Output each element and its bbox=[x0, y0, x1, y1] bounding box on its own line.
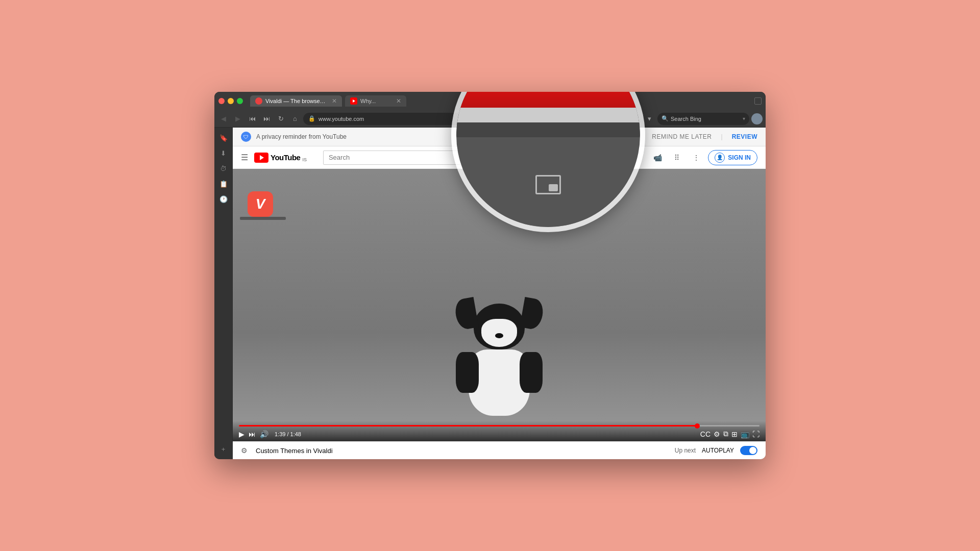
browser-tab-2[interactable]: Why... ✕ bbox=[345, 95, 406, 107]
browser-content: 🛡 A privacy reminder from YouTube REMIND… bbox=[233, 128, 766, 459]
browser-window: Vivaldi — The browser tha... ✕ Why... ✕ … bbox=[214, 92, 766, 459]
video-container[interactable]: V bbox=[233, 169, 766, 441]
dog-figure bbox=[448, 293, 550, 426]
divider: | bbox=[721, 133, 723, 140]
youtube-search-area: 🔍 bbox=[323, 151, 527, 165]
up-next-label: Up next bbox=[675, 447, 696, 454]
tab2-close[interactable]: ✕ bbox=[396, 97, 401, 105]
progress-fill bbox=[239, 425, 697, 427]
fullscreen-button[interactable]: ⛶ bbox=[752, 430, 760, 438]
miniplayer-button[interactable]: ⧉ bbox=[723, 430, 728, 438]
review-button[interactable]: REVIEW bbox=[732, 133, 757, 140]
youtube-header-actions: 📹 ⠿ ⋮ 👤 SIGN IN bbox=[650, 150, 757, 165]
hamburger-menu-icon[interactable]: ☰ bbox=[241, 153, 248, 162]
time-display: 1:39 / 1:48 bbox=[275, 431, 301, 437]
window-restore-icon[interactable] bbox=[754, 97, 762, 105]
youtube-search-input[interactable] bbox=[323, 151, 507, 165]
title-bar: Vivaldi — The browser tha... ✕ Why... ✕ bbox=[214, 92, 766, 110]
search-bar-text: Search Bing bbox=[671, 116, 741, 122]
tab1-favicon bbox=[255, 97, 262, 105]
reload-button[interactable]: ↻ bbox=[275, 113, 287, 125]
rewind-button[interactable]: ⏮ bbox=[246, 113, 258, 125]
youtube-logo: YouTube IS bbox=[254, 153, 307, 163]
youtube-country-code: IS bbox=[302, 157, 307, 162]
shelf-board bbox=[240, 217, 286, 220]
vivaldi-v-letter: V bbox=[256, 196, 265, 212]
remind-later-button[interactable]: REMIND ME LATER bbox=[652, 133, 712, 140]
video-controls: ▶ ⏭ 🔊 1:39 / 1:48 CC ⚙ ⧉ ⊞ 📺 ⛶ bbox=[233, 421, 766, 441]
close-button[interactable] bbox=[218, 98, 225, 104]
youtube-more-icon[interactable]: ⋮ bbox=[689, 150, 704, 165]
fast-forward-button[interactable]: ⏭ bbox=[260, 113, 273, 125]
address-text: www.youtube.com bbox=[318, 116, 622, 122]
subtitles-button[interactable]: CC bbox=[700, 430, 710, 438]
tab1-title: Vivaldi — The browser tha... bbox=[265, 98, 327, 104]
autoplay-toggle[interactable] bbox=[740, 446, 757, 455]
gear-settings-icon[interactable]: ⚙ bbox=[241, 446, 248, 455]
home-button[interactable]: ⌂ bbox=[289, 113, 301, 125]
sidebar-add-icon[interactable]: + bbox=[217, 443, 230, 455]
sidebar-downloads-icon[interactable]: ⬇ bbox=[217, 147, 230, 159]
privacy-notice-icon: 🛡 bbox=[241, 132, 251, 142]
youtube-logo-icon bbox=[254, 153, 268, 163]
back-button[interactable]: ◀ bbox=[217, 113, 230, 125]
video-bottom-bar: ⚙ Custom Themes in Vivaldi Up next AUTOP… bbox=[233, 441, 766, 459]
bookmarks-dropdown[interactable]: ▾ bbox=[643, 113, 655, 125]
vivaldi-logo-decoration: V bbox=[248, 191, 273, 217]
play-button[interactable]: ▶ bbox=[239, 430, 244, 438]
sign-in-avatar-icon: 👤 bbox=[715, 153, 725, 163]
video-title: Custom Themes in Vivaldi bbox=[256, 447, 333, 455]
youtube-apps-icon[interactable]: ⠿ bbox=[669, 150, 684, 165]
browser-toolbar: ◀ ▶ ⏮ ⏭ ↻ ⌂ 🔒 www.youtube.com 🔖 ▾ 🔍 Sear… bbox=[214, 110, 766, 128]
progress-bar[interactable] bbox=[239, 425, 760, 427]
sidebar-notes-icon[interactable]: 📋 bbox=[217, 178, 230, 190]
search-icon: 🔍 bbox=[662, 115, 669, 122]
right-controls: CC ⚙ ⧉ ⊞ 📺 ⛶ bbox=[700, 430, 760, 438]
pip-button[interactable]: ⊞ bbox=[731, 430, 738, 438]
maximize-button[interactable] bbox=[237, 98, 243, 104]
secure-icon: 🔒 bbox=[308, 115, 315, 122]
privacy-notice: 🛡 A privacy reminder from YouTube REMIND… bbox=[233, 128, 766, 146]
tab2-title: Why... bbox=[360, 98, 391, 104]
youtube-search-button[interactable]: 🔍 bbox=[507, 151, 527, 165]
sidebar-clock-icon[interactable]: 🕐 bbox=[217, 193, 230, 205]
youtube-play-icon bbox=[260, 155, 264, 160]
cast-button[interactable]: 📺 bbox=[741, 430, 749, 438]
progress-dot bbox=[695, 423, 700, 429]
autoplay-knob bbox=[749, 447, 756, 454]
up-next-area: Up next AUTOPLAY bbox=[675, 446, 757, 455]
sign-in-button[interactable]: 👤 SIGN IN bbox=[708, 150, 757, 165]
user-avatar[interactable] bbox=[751, 113, 763, 124]
minimize-button[interactable] bbox=[228, 98, 234, 104]
controls-row: ▶ ⏭ 🔊 1:39 / 1:48 CC ⚙ ⧉ ⊞ 📺 ⛶ bbox=[239, 430, 760, 438]
settings-video-button[interactable]: ⚙ bbox=[714, 430, 720, 438]
next-button[interactable]: ⏭ bbox=[249, 430, 256, 438]
youtube-header: ☰ YouTube IS 🔍 📹 bbox=[233, 146, 766, 169]
sidebar-history-icon[interactable]: ⏱ bbox=[217, 162, 230, 174]
tab1-close[interactable]: ✕ bbox=[332, 97, 337, 105]
autoplay-label: AUTOPLAY bbox=[702, 447, 734, 454]
youtube-logo-text: YouTube bbox=[271, 153, 300, 162]
search-bar[interactable]: 🔍 Search Bing ▾ bbox=[657, 113, 749, 125]
forward-button[interactable]: ▶ bbox=[232, 113, 244, 125]
browser-tab-1[interactable]: Vivaldi — The browser tha... ✕ bbox=[250, 95, 342, 107]
traffic-lights bbox=[218, 98, 243, 104]
youtube-camera-icon[interactable]: 📹 bbox=[650, 150, 665, 165]
main-area: 🔖 ⬇ ⏱ 📋 🕐 + 🛡 A privacy reminder from Yo… bbox=[214, 128, 766, 459]
sidebar: 🔖 ⬇ ⏱ 📋 🕐 + bbox=[214, 128, 233, 459]
sign-in-label: SIGN IN bbox=[728, 154, 751, 161]
search-engine-indicator: ▾ bbox=[743, 116, 745, 121]
bookmarks-icon[interactable]: 🔖 bbox=[629, 113, 641, 125]
video-title-area: ⚙ Custom Themes in Vivaldi bbox=[241, 446, 333, 455]
sidebar-bookmarks-icon[interactable]: 🔖 bbox=[217, 132, 230, 144]
video-scene: V bbox=[233, 169, 766, 441]
vivaldi-shelf: V bbox=[240, 184, 286, 220]
address-bar[interactable]: 🔒 www.youtube.com bbox=[303, 113, 627, 125]
privacy-notice-text: A privacy reminder from YouTube bbox=[256, 133, 647, 140]
volume-button[interactable]: 🔊 bbox=[260, 430, 268, 438]
tab2-favicon bbox=[350, 97, 357, 105]
